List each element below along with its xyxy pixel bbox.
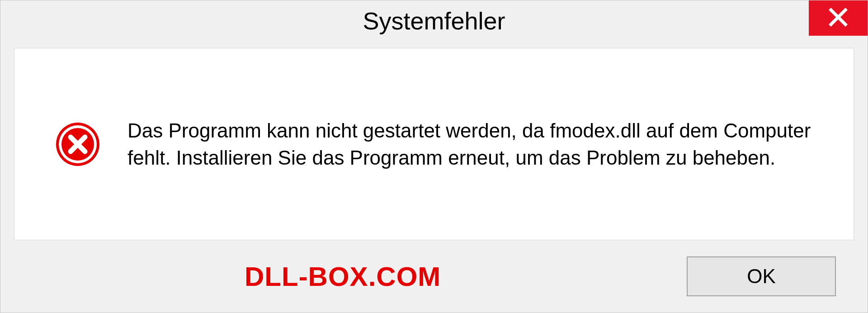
error-dialog: Systemfehler Das Programm kann nicht ges… — [0, 0, 868, 313]
titlebar: Systemfehler — [0, 0, 868, 41]
watermark-text: DLL-BOX.COM — [245, 261, 441, 292]
ok-button[interactable]: OK — [687, 256, 836, 296]
dialog-footer: DLL-BOX.COM OK — [0, 240, 868, 313]
close-button[interactable] — [809, 0, 868, 36]
error-icon — [55, 122, 100, 167]
close-icon — [828, 7, 848, 29]
dialog-title: Systemfehler — [363, 7, 505, 35]
error-message: Das Programm kann nicht gestartet werden… — [127, 117, 826, 171]
content-area: Das Programm kann nicht gestartet werden… — [14, 48, 854, 240]
